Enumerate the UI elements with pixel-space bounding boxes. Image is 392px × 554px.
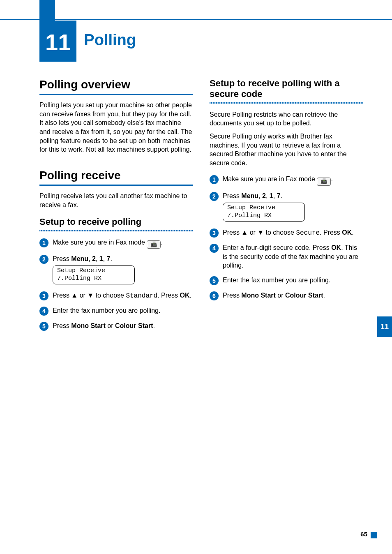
text: Press bbox=[223, 292, 241, 299]
key-1: 1 bbox=[270, 192, 273, 199]
rule bbox=[39, 185, 193, 186]
text: , bbox=[88, 255, 92, 262]
key-mono-start: Mono Start bbox=[71, 322, 106, 329]
rule bbox=[39, 94, 193, 95]
step-row: 6 Press Mono Start or Colour Start. bbox=[210, 291, 363, 300]
step-body: Make sure you are in Fax mode 📠. bbox=[223, 175, 363, 185]
text: . bbox=[161, 239, 162, 246]
step-number-2: 2 bbox=[210, 192, 219, 201]
step-number-5: 5 bbox=[39, 322, 48, 331]
lcd-display: Setup Receive 7.Polling RX bbox=[223, 203, 305, 222]
text: , bbox=[96, 255, 99, 262]
text: Press bbox=[53, 255, 71, 262]
step-number-4: 4 bbox=[39, 307, 48, 316]
step-number-5: 5 bbox=[210, 276, 219, 285]
step-number-1: 1 bbox=[210, 175, 219, 184]
step-body: Make sure you are in Fax mode 📠. bbox=[53, 238, 193, 249]
subsection-setup-receive-polling: Setup to receive polling bbox=[39, 217, 193, 227]
text: . bbox=[153, 322, 154, 329]
step-row: 2 Press Menu, 2, 1, 7. Setup Receive 7.P… bbox=[39, 254, 193, 285]
text: . Press bbox=[320, 229, 342, 236]
text: . bbox=[281, 192, 282, 199]
key-7: 7 bbox=[277, 192, 281, 199]
chapter-title: Polling bbox=[76, 21, 136, 62]
content-columns: Polling overview Polling lets you set up… bbox=[39, 78, 363, 337]
text: Make sure you are in Fax mode bbox=[223, 175, 317, 182]
step-body: Enter the fax number you are polling. bbox=[223, 276, 363, 285]
key-2: 2 bbox=[262, 192, 266, 199]
right-column: Setup to receive polling with a secure c… bbox=[210, 78, 363, 337]
key-7: 7 bbox=[107, 255, 111, 262]
step-body: Press ▲ or ▼ to choose Secure. Press OK. bbox=[223, 228, 363, 238]
step-number-2: 2 bbox=[39, 255, 48, 264]
polling-overview-text: Polling lets you set up your machine so … bbox=[39, 101, 193, 154]
text: Press ▲ or ▼ to choose bbox=[223, 229, 296, 236]
secure-polling-text-1: Secure Polling restricts who can retriev… bbox=[210, 110, 363, 128]
text: Press ▲ or ▼ to choose bbox=[53, 292, 126, 299]
rule bbox=[210, 102, 363, 104]
step-row: 5 Enter the fax number you are polling. bbox=[210, 276, 363, 285]
step-body: Press Mono Start or Colour Start. bbox=[53, 321, 193, 330]
text: or bbox=[276, 292, 285, 299]
chapter-number: 11 bbox=[39, 21, 76, 62]
text: . bbox=[323, 292, 325, 299]
key-ok: OK bbox=[180, 292, 189, 299]
step-number-1: 1 bbox=[39, 238, 48, 247]
key-menu: Menu bbox=[241, 192, 258, 199]
step-row: 5 Press Mono Start or Colour Start. bbox=[39, 321, 193, 331]
text: , bbox=[273, 192, 277, 199]
text: , bbox=[266, 192, 270, 199]
step-number-3: 3 bbox=[39, 291, 48, 300]
lcd-display: Setup Receive 7.Polling RX bbox=[53, 265, 135, 284]
step-body: Press ▲ or ▼ to choose Standard. Press O… bbox=[53, 291, 193, 301]
lcd-value-standard: Standard bbox=[126, 292, 157, 300]
key-colour-start: Colour Start bbox=[285, 292, 323, 299]
step-row: 4 Enter a four-digit secure code. Press … bbox=[210, 243, 363, 270]
section-polling-receive: Polling receive bbox=[39, 169, 193, 182]
step-row: 3 Press ▲ or ▼ to choose Standard. Press… bbox=[39, 291, 193, 301]
step-body: Press Menu, 2, 1, 7. Setup Receive 7.Pol… bbox=[53, 254, 193, 285]
subsection-setup-secure-code: Setup to receive polling with a secure c… bbox=[210, 78, 363, 100]
text: Enter a four-digit secure code. Press bbox=[223, 244, 331, 251]
step-row: 2 Press Menu, 2, 1, 7. Setup Receive 7.P… bbox=[210, 192, 363, 222]
text: . Press bbox=[157, 292, 180, 299]
step-row: 3 Press ▲ or ▼ to choose Secure. Press O… bbox=[210, 228, 363, 238]
step-body: Press Menu, 2, 1, 7. Setup Receive 7.Pol… bbox=[223, 192, 363, 222]
step-row: 4 Enter the fax number you are polling. bbox=[39, 306, 193, 316]
lcd-value-secure: Secure bbox=[296, 229, 320, 237]
key-2: 2 bbox=[92, 255, 96, 262]
fax-mode-icon: 📠 bbox=[147, 240, 161, 249]
text: , bbox=[258, 192, 262, 199]
top-bar-rule bbox=[0, 19, 392, 20]
step-row: 1 Make sure you are in Fax mode 📠. bbox=[210, 175, 363, 185]
page-number-accent bbox=[371, 532, 377, 538]
text: or bbox=[106, 322, 115, 329]
step-number-3: 3 bbox=[210, 229, 219, 238]
polling-receive-text: Polling receive lets you call another fa… bbox=[39, 192, 193, 209]
top-bar-accent bbox=[39, 0, 55, 21]
top-bar bbox=[0, 0, 392, 21]
section-polling-overview: Polling overview bbox=[39, 78, 193, 91]
key-ok: OK bbox=[342, 229, 352, 236]
side-chapter-tab: 11 bbox=[377, 316, 392, 337]
text: Press bbox=[223, 192, 241, 199]
key-mono-start: Mono Start bbox=[241, 292, 276, 299]
fax-mode-icon: 📠 bbox=[317, 178, 331, 186]
step-number-6: 6 bbox=[210, 291, 219, 300]
key-ok: OK bbox=[331, 244, 341, 251]
text: , bbox=[103, 255, 107, 262]
step-row: 1 Make sure you are in Fax mode 📠. bbox=[39, 238, 193, 249]
step-body: Press Mono Start or Colour Start. bbox=[223, 291, 363, 300]
text: . bbox=[111, 255, 112, 262]
key-colour-start: Colour Start bbox=[115, 322, 153, 329]
rule bbox=[39, 230, 193, 231]
text: Press bbox=[53, 322, 71, 329]
step-body: Enter a four-digit secure code. Press OK… bbox=[223, 243, 363, 270]
left-column: Polling overview Polling lets you set up… bbox=[39, 78, 193, 337]
key-1: 1 bbox=[99, 255, 103, 262]
step-number-4: 4 bbox=[210, 244, 219, 253]
step-body: Enter the fax number you are polling. bbox=[53, 306, 193, 315]
secure-polling-text-2: Secure Polling only works with Brother f… bbox=[210, 132, 363, 167]
text: . bbox=[352, 229, 353, 236]
text: Make sure you are in Fax mode bbox=[53, 239, 147, 246]
